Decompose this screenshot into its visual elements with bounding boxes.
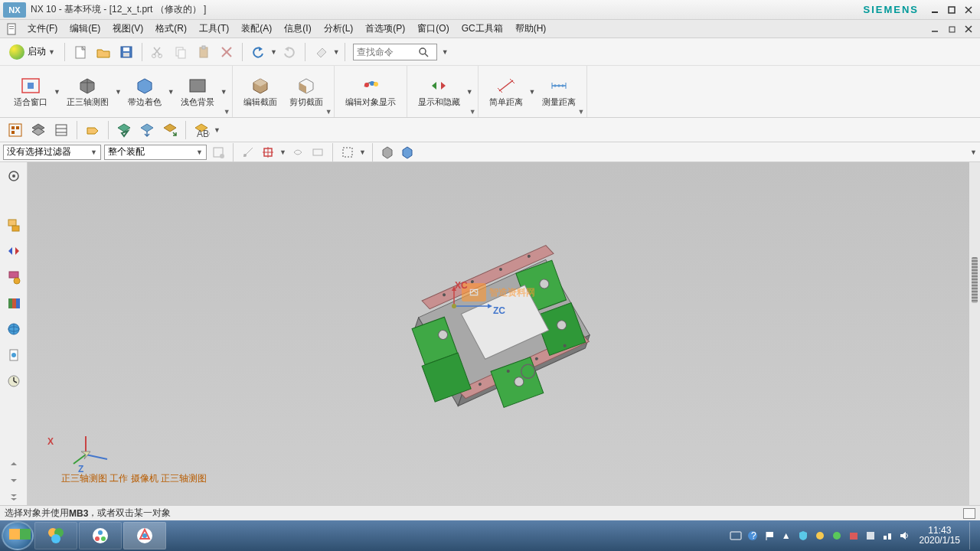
launch-button[interactable]: 启动 ▼: [5, 43, 60, 61]
tag-button[interactable]: [82, 119, 103, 141]
network-icon[interactable]: [881, 530, 893, 542]
settings-icon[interactable]: [5, 167, 23, 185]
menu-gc-toolbox[interactable]: GC工具箱: [456, 21, 509, 37]
export-button[interactable]: [159, 119, 181, 141]
menu-analysis[interactable]: 分析(L): [318, 21, 360, 37]
trimetric-button[interactable]: 正三轴测图: [60, 74, 115, 109]
menu-edit[interactable]: 编辑(E): [64, 21, 106, 37]
shield-icon[interactable]: [797, 530, 809, 542]
view-handle[interactable]: [972, 257, 978, 303]
group-dropdown-icon[interactable]: ▼: [325, 108, 332, 116]
reuse-library-icon[interactable]: [5, 294, 23, 312]
close-button[interactable]: [962, 4, 975, 16]
toolbar-dropdown[interactable]: ▼: [970, 148, 977, 156]
dependency-icon[interactable]: [5, 268, 23, 286]
model-3d[interactable]: [351, 178, 647, 463]
app-tray-icon[interactable]: [864, 530, 877, 542]
volume-icon[interactable]: [898, 530, 910, 542]
filter-combo[interactable]: 没有选择过滤器▼: [3, 145, 101, 160]
material-dropdown[interactable]: ▼: [214, 126, 220, 134]
group-dropdown-icon[interactable]: ▼: [578, 108, 585, 116]
help-tray-icon[interactable]: ?: [746, 530, 759, 542]
undo-button[interactable]: [247, 41, 269, 63]
undo-dropdown[interactable]: ▼: [270, 48, 277, 56]
sel-tool-5[interactable]: [309, 144, 326, 161]
sel-tool-2[interactable]: [240, 144, 256, 161]
delete-button[interactable]: [216, 41, 237, 63]
taskbar-app-2[interactable]: [79, 522, 122, 549]
taskbar-app-nx[interactable]: [123, 522, 166, 549]
sel-tool-4[interactable]: [289, 144, 306, 161]
mdi-restore-button[interactable]: [945, 23, 959, 35]
check-in-button[interactable]: [113, 119, 135, 141]
menu-prefs[interactable]: 首选项(P): [359, 21, 411, 37]
eraser-dropdown[interactable]: ▼: [333, 48, 340, 56]
paste-button[interactable]: [193, 41, 214, 63]
group-dropdown-icon[interactable]: ▼: [224, 108, 230, 116]
start-button[interactable]: [2, 521, 34, 550]
menu-tools[interactable]: 工具(T): [193, 21, 235, 37]
cut-button[interactable]: [147, 41, 168, 63]
eraser-button[interactable]: [310, 41, 332, 63]
save-button[interactable]: [116, 41, 137, 63]
menu-format[interactable]: 格式(R): [149, 21, 193, 37]
show-desktop-button[interactable]: [969, 522, 975, 549]
history-icon[interactable]: [5, 372, 23, 390]
sel-tool-1[interactable]: [210, 144, 227, 161]
search-dropdown[interactable]: ▼: [442, 48, 449, 56]
document-icon[interactable]: [5, 346, 23, 364]
search-input[interactable]: [357, 47, 418, 57]
edit-display-button[interactable]: 编辑对象显示: [339, 74, 402, 109]
part-nav-button[interactable]: [51, 119, 72, 141]
clock[interactable]: 11:43 2020/1/15: [920, 526, 960, 546]
flag-icon[interactable]: [763, 530, 776, 542]
menu-view[interactable]: 视图(V): [106, 21, 149, 37]
web-icon[interactable]: [5, 320, 23, 338]
shaded-edges-button[interactable]: 带边着色: [122, 74, 168, 109]
mdi-minimize-button[interactable]: [928, 23, 942, 35]
sync-icon[interactable]: [814, 530, 826, 542]
constraint-nav-icon[interactable]: [5, 242, 23, 260]
check-out-button[interactable]: [136, 119, 158, 141]
collapse-double-icon[interactable]: [5, 493, 23, 502]
maximize-button[interactable]: [945, 4, 959, 16]
copy-button[interactable]: [170, 41, 191, 63]
sel-rect-button[interactable]: [339, 144, 356, 161]
measure-distance-button[interactable]: 测量距离: [536, 74, 582, 109]
light-bg-button[interactable]: 浅色背景: [175, 74, 220, 109]
material-button[interactable]: ABC: [191, 119, 212, 141]
part-navigator-icon[interactable]: [5, 216, 23, 234]
redo-button[interactable]: [279, 41, 300, 63]
update-icon[interactable]: [831, 530, 843, 542]
edit-section-button[interactable]: 编辑截面: [237, 74, 283, 109]
keyboard-icon[interactable]: [730, 530, 742, 542]
new-button[interactable]: [70, 41, 91, 63]
fit-window-button[interactable]: 适合窗口: [8, 74, 54, 109]
menu-info[interactable]: 信息(I): [278, 21, 317, 37]
sel-cube2-button[interactable]: [399, 144, 416, 161]
security-icon[interactable]: [848, 530, 860, 542]
group-dropdown-icon[interactable]: ▼: [469, 108, 476, 116]
collapse-up-icon[interactable]: [5, 459, 23, 468]
menu-file[interactable]: 文件(F): [21, 21, 64, 37]
clip-section-button[interactable]: 剪切截面: [283, 74, 329, 109]
minimize-button[interactable]: [928, 4, 942, 16]
menu-window[interactable]: 窗口(O): [411, 21, 455, 37]
taskbar-app-1[interactable]: [34, 522, 77, 549]
graphics-viewport[interactable]: ⮹智造资料网 XC ZC X Z 正三轴测图 工作 摄像机 正三轴测图: [28, 162, 969, 505]
assembly-nav-button[interactable]: [5, 119, 26, 141]
sel-cube1-button[interactable]: [379, 144, 396, 161]
svg-marker-82: [403, 147, 412, 158]
expand-tray-icon[interactable]: ▲: [780, 530, 792, 542]
collapse-down-icon[interactable]: [5, 476, 23, 485]
sel-tool-3[interactable]: [260, 144, 276, 161]
show-hide-button[interactable]: 显示和隐藏: [412, 74, 466, 109]
menu-help[interactable]: 帮助(H): [509, 21, 553, 37]
mdi-close-button[interactable]: [962, 23, 975, 35]
layers-button[interactable]: [28, 119, 49, 141]
menu-assembly[interactable]: 装配(A): [235, 21, 278, 37]
command-search[interactable]: [353, 44, 437, 60]
simple-distance-button[interactable]: 简单距离: [483, 74, 529, 109]
open-button[interactable]: [93, 41, 114, 63]
scope-combo[interactable]: 整个装配▼: [104, 145, 207, 160]
